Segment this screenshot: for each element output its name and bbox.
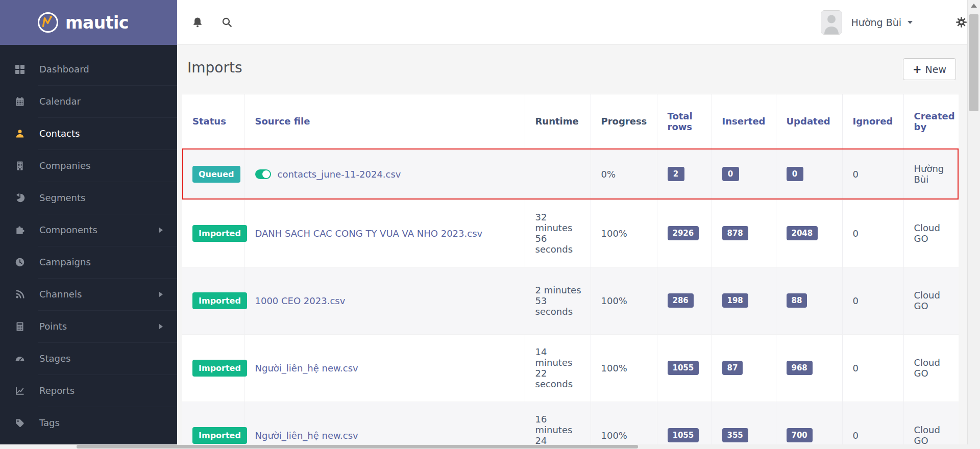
import-row: Imported 1000 CEO 2023.csv 2 minutes 53 … bbox=[182, 267, 959, 334]
horizontal-scrollbar[interactable] bbox=[0, 444, 967, 449]
created-by-value: Cloud GO bbox=[914, 222, 953, 244]
ignored-value: 0 bbox=[853, 430, 897, 441]
caret-down-icon bbox=[908, 21, 913, 24]
sidebar-item-label: Reports bbox=[39, 385, 75, 396]
runtime-value: 32 minutes 56 seconds bbox=[535, 212, 584, 255]
ignored-value: 0 bbox=[853, 363, 897, 373]
scrollbar-corner bbox=[967, 444, 980, 449]
ignored-value: 0 bbox=[853, 169, 897, 180]
sidebar-item-stages[interactable]: Stages bbox=[0, 342, 177, 375]
created-by-value: Cloud GO bbox=[914, 357, 953, 379]
bell-icon[interactable] bbox=[191, 16, 204, 29]
line-chart-icon bbox=[14, 385, 26, 396]
source-file-link[interactable]: contacts_june-11-2024.csv bbox=[278, 169, 401, 180]
brand-name: mautic bbox=[65, 13, 129, 33]
imports-table: Status Source file Runtime Progress Tota… bbox=[182, 94, 959, 445]
runtime-value: 16 minutes 24 seconds bbox=[535, 414, 584, 445]
sidebar-item-calendar[interactable]: Calendar bbox=[0, 85, 177, 117]
column-header-inserted[interactable]: Inserted bbox=[712, 94, 776, 148]
import-row: Imported Người_liên_hệ new.csv 14 minute… bbox=[182, 334, 959, 402]
inserted-badge: 878 bbox=[722, 226, 748, 240]
total-rows-badge: 2926 bbox=[668, 226, 699, 240]
topbar: Hường Bùi bbox=[177, 0, 967, 45]
sidebar-item-campaigns[interactable]: Campaigns bbox=[0, 246, 177, 278]
progress-value: 100% bbox=[601, 363, 651, 373]
source-file-link[interactable]: Người_liên_hệ new.csv bbox=[255, 430, 358, 441]
sidebar-item-companies[interactable]: Companies bbox=[0, 149, 177, 182]
inserted-badge: 87 bbox=[722, 361, 743, 375]
import-row-queued: Queued contacts_june-11-2024.csv 0% 2 0 … bbox=[182, 148, 959, 199]
gear-icon[interactable] bbox=[955, 16, 967, 28]
total-rows-badge: 286 bbox=[668, 293, 694, 308]
building-icon bbox=[14, 160, 26, 171]
calculator-icon bbox=[14, 321, 26, 332]
sidebar-item-components[interactable]: Components bbox=[0, 214, 177, 246]
sidebar-item-label: Campaigns bbox=[39, 257, 91, 267]
source-file-link[interactable]: Người_liên_hệ new.csv bbox=[255, 363, 358, 373]
sidebar-item-reports[interactable]: Reports bbox=[0, 375, 177, 407]
sidebar-item-label: Companies bbox=[39, 160, 90, 171]
status-badge: Imported bbox=[192, 292, 247, 309]
column-header-progress: Progress bbox=[591, 94, 657, 148]
sidebar-item-tags[interactable]: Tags bbox=[0, 407, 177, 439]
column-header-created-by[interactable]: Created by bbox=[903, 94, 959, 148]
vertical-scrollbar[interactable] bbox=[967, 0, 980, 449]
publish-toggle-icon[interactable] bbox=[255, 169, 271, 179]
sidebar-item-label: Channels bbox=[39, 289, 82, 300]
progress-value: 0% bbox=[601, 169, 651, 180]
puzzle-icon bbox=[14, 224, 26, 236]
progress-value: 100% bbox=[601, 430, 651, 441]
tag-icon bbox=[14, 417, 26, 429]
sidebar-item-points[interactable]: Points bbox=[0, 310, 177, 342]
page-title: Imports bbox=[187, 59, 242, 76]
sidebar-item-label: Contacts bbox=[39, 128, 80, 139]
sidebar-item-channels[interactable]: Channels bbox=[0, 278, 177, 310]
search-icon[interactable] bbox=[221, 16, 233, 29]
column-header-source-file[interactable]: Source file bbox=[244, 94, 525, 148]
updated-badge: 700 bbox=[787, 428, 813, 442]
import-row: Imported DANH SACH CAC CONG TY VUA VA NH… bbox=[182, 199, 959, 267]
mautic-logo[interactable]: mautic bbox=[0, 0, 177, 45]
total-rows-badge: 1055 bbox=[668, 428, 699, 442]
sidebar-item-segments[interactable]: Segments bbox=[0, 182, 177, 214]
progress-value: 100% bbox=[601, 295, 651, 306]
source-file-link[interactable]: DANH SACH CAC CONG TY VUA VA NHO 2023.cs… bbox=[255, 228, 483, 239]
vertical-scroll-thumb[interactable] bbox=[969, 14, 978, 111]
updated-badge: 2048 bbox=[787, 226, 818, 240]
status-badge: Imported bbox=[192, 360, 247, 377]
user-menu[interactable]: Hường Bùi bbox=[821, 10, 933, 35]
avatar bbox=[821, 10, 842, 35]
sidebar-item-contacts[interactable]: Contacts bbox=[0, 117, 177, 149]
main-content: Imports + New Status Source file Runtime… bbox=[177, 45, 967, 445]
horizontal-scroll-thumb[interactable] bbox=[77, 445, 638, 448]
created-by-value: Hường Bùi bbox=[914, 163, 953, 185]
source-file-link[interactable]: 1000 CEO 2023.csv bbox=[255, 295, 346, 306]
ignored-value: 0 bbox=[853, 228, 897, 239]
user-name[interactable]: Hường Bùi bbox=[851, 17, 901, 28]
scroll-up-arrow-icon[interactable] bbox=[971, 4, 977, 8]
sidebar-item-label: Stages bbox=[39, 353, 70, 364]
sidebar: mautic Dashboard Calendar Contacts bbox=[0, 0, 177, 449]
contact-person-icon bbox=[14, 128, 26, 139]
chevron-right-icon bbox=[159, 228, 163, 233]
table-header-row: Status Source file Runtime Progress Tota… bbox=[182, 94, 959, 148]
pie-chart-icon bbox=[14, 192, 26, 204]
sidebar-item-label: Segments bbox=[39, 192, 85, 203]
sidebar-item-label: Dashboard bbox=[39, 64, 89, 74]
new-button-label: New bbox=[925, 64, 946, 75]
column-header-ignored[interactable]: Ignored bbox=[842, 94, 903, 148]
updated-badge: 0 bbox=[787, 167, 803, 181]
total-rows-badge: 1055 bbox=[668, 361, 699, 375]
sidebar-item-dashboard[interactable]: Dashboard bbox=[0, 53, 177, 85]
column-header-runtime: Runtime bbox=[525, 94, 591, 148]
column-header-updated[interactable]: Updated bbox=[776, 94, 842, 148]
chevron-right-icon bbox=[159, 324, 163, 329]
gauge-icon bbox=[14, 353, 26, 364]
updated-badge: 88 bbox=[787, 293, 807, 308]
mautic-imports-page: mautic Dashboard Calendar Contacts bbox=[0, 0, 980, 449]
column-header-status[interactable]: Status bbox=[182, 94, 244, 148]
inserted-badge: 355 bbox=[722, 428, 748, 442]
column-header-total-rows[interactable]: Total rows bbox=[657, 94, 712, 148]
status-badge: Queued bbox=[192, 166, 240, 183]
new-import-button[interactable]: + New bbox=[903, 58, 956, 80]
